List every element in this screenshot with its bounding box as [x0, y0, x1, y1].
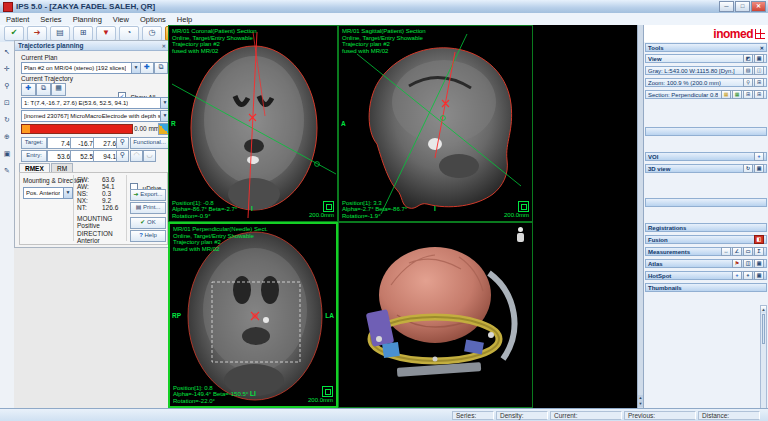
voi-header[interactable]: VOI + — [645, 152, 767, 161]
coronal-view[interactable]: MR/01 Coronal(Patient) Section Online, T… — [168, 25, 338, 222]
gray-row[interactable]: Gray: L:543.00 W:1115.80 [Dyn.] ▧ ◫ — [645, 66, 767, 75]
view-row[interactable]: View ◩ ▣ — [645, 54, 767, 63]
pointer-tool-icon[interactable]: ↖ — [1, 45, 14, 58]
depth-value: 0.00 mm — [134, 125, 159, 132]
gray-window-icon[interactable]: ▧ — [743, 66, 753, 75]
hotspot-target-icon[interactable]: ⌖ — [743, 271, 753, 280]
view-footer-angles: Alpha=-2.7° Beta=-86.7° — [342, 206, 407, 213]
measure-distance-icon[interactable]: ↔ — [721, 247, 731, 256]
panel-close-icon[interactable]: ✕ — [162, 43, 166, 49]
annotate-tool-icon[interactable]: ✎ — [1, 164, 14, 177]
threed-settings-icon[interactable]: ▣ — [754, 164, 764, 173]
target-button[interactable]: Target: — [21, 137, 47, 149]
view-grid-icon[interactable]: ▣ — [754, 54, 764, 63]
voi-header[interactable] — [645, 127, 767, 136]
current-trajectory-label: Current Trajectory — [21, 75, 73, 82]
measure-stats-icon[interactable]: Σ — [754, 247, 764, 256]
section-row[interactable]: Section: Perpendicular 0.8 ▦ ▦ ⊞ ⊞ — [645, 90, 767, 99]
menu-patient[interactable]: Patient — [6, 15, 29, 24]
scroll-up-icon[interactable]: ▲ — [761, 306, 766, 313]
gray-reset-icon[interactable]: ◫ — [754, 66, 764, 75]
threed-refresh-icon[interactable]: ↻ — [743, 164, 753, 173]
tools-header[interactable]: Tools ✕ — [645, 43, 767, 52]
ok-button[interactable]: ✔ OK — [130, 217, 166, 229]
magnifier-tool-icon[interactable]: ⚲ — [1, 79, 14, 92]
zoom-fit-icon[interactable]: ⊞ — [754, 78, 764, 87]
target-locate-icon[interactable]: ⚲ — [116, 137, 129, 149]
menu-options[interactable]: Options — [140, 15, 166, 24]
fusion-icon[interactable]: ◧ — [754, 235, 764, 244]
rotate-tool-icon[interactable]: ↻ — [1, 113, 14, 126]
depth-slider[interactable] — [21, 124, 133, 134]
fusion-header[interactable]: Fusion ◧ — [645, 235, 767, 244]
orientation-figure-icon[interactable] — [514, 227, 526, 245]
app-icon — [3, 2, 13, 12]
chevron-down-icon[interactable]: ▼ — [63, 188, 72, 198]
patient-head-icon[interactable]: ◔ — [119, 26, 139, 41]
maximize-button[interactable]: □ — [735, 1, 750, 12]
copy-trajectory-button[interactable]: ⧉ — [36, 83, 51, 96]
section-green-icon[interactable]: ▦ — [732, 90, 742, 99]
sagittal-view[interactable]: MR/01 Sagittal(Patient) Section Online, … — [338, 25, 533, 222]
functional-button[interactable]: Functional... — [130, 137, 169, 149]
menu-help[interactable]: Help — [177, 15, 192, 24]
hotspot-add-icon[interactable]: + — [732, 271, 742, 280]
electrode-dropdown[interactable]: [inomed 230767] MicroMacroElectrode with… — [21, 110, 170, 122]
export-icon[interactable]: ➔ — [27, 26, 47, 41]
atlas-header[interactable]: Atlas ⚑ ◫ ▣ — [645, 259, 767, 268]
tools-close-icon[interactable]: ✕ — [760, 45, 764, 51]
pan-tool-icon[interactable]: ✛ — [1, 62, 14, 75]
registrations-header[interactable]: Registrations — [645, 223, 767, 232]
thumbnails-scrollbar[interactable]: ▲ ▼ — [760, 305, 767, 421]
entry-locate-icon[interactable]: ⚲ — [116, 150, 129, 162]
trajectory-dropdown[interactable]: 1: T(7.4,-16.7, 27.6) E(53.6, 52.5, 94.1… — [21, 97, 170, 109]
layout-icon[interactable]: ⊞ — [73, 26, 93, 41]
zoom-magnifier-icon[interactable]: ⚲ — [743, 78, 753, 87]
minimize-button[interactable]: ─ — [719, 1, 734, 12]
atlas-overlay-icon[interactable]: ◫ — [743, 259, 753, 268]
help-button[interactable]: ? Help — [130, 230, 166, 242]
entry-arc-down-icon[interactable]: ◡ — [143, 150, 156, 162]
thumbnails-header[interactable]: Thumbnails — [645, 283, 767, 292]
crosshair-tool-icon[interactable]: ⊕ — [1, 130, 14, 143]
delete-trajectory-button[interactable]: ▦ — [51, 83, 66, 96]
mounting-dropdown[interactable]: Pos. Anterior ▼ — [23, 187, 73, 199]
add-trajectory-button[interactable]: ✚ — [21, 83, 36, 96]
add-plan-button[interactable]: ✚ — [140, 62, 154, 74]
section-grid2-icon[interactable]: ⊞ — [754, 90, 764, 99]
menu-planning[interactable]: Planning — [73, 15, 102, 24]
section-yellow-icon[interactable]: ▦ — [721, 90, 731, 99]
view-mode-icon[interactable]: ◩ — [743, 54, 753, 63]
measure-angle-icon[interactable]: ∠ — [732, 247, 742, 256]
scrollbar-thumb[interactable] — [762, 314, 765, 344]
chevron-down-icon[interactable]: ▼ — [131, 63, 140, 73]
layout-tool-icon[interactable]: ▣ — [1, 147, 14, 160]
atlas-flag-icon[interactable]: ⚑ — [732, 259, 742, 268]
atlas-settings-icon[interactable]: ▣ — [754, 259, 764, 268]
perpendicular-view[interactable]: MR/01 Perpendicular(Needle) Sect. Online… — [168, 222, 338, 408]
zoom-rect-tool-icon[interactable]: ⊡ — [1, 96, 14, 109]
entry-button[interactable]: Entry: — [21, 150, 47, 162]
export-button[interactable]: ➔ Export... — [130, 189, 166, 201]
voi-add-icon[interactable]: + — [754, 152, 764, 161]
hotspot-header[interactable]: HotSpot + ⌖ ▣ — [645, 271, 767, 280]
menu-view[interactable]: View — [113, 15, 129, 24]
menu-series[interactable]: Series — [40, 15, 61, 24]
section-grid1-icon[interactable]: ⊞ — [743, 90, 753, 99]
measurements-header[interactable]: Measurements ↔ ∠ ▭ Σ — [645, 247, 767, 256]
close-button[interactable]: ✕ — [751, 1, 766, 12]
measure-area-icon[interactable]: ▭ — [743, 247, 753, 256]
plan-dropdown[interactable]: Plan #2 on MR/04 (stereo) [192 slices] ▼ — [21, 62, 141, 74]
threed-view-header[interactable]: 3D view ↻ ▣ — [645, 164, 767, 173]
clock-icon[interactable]: ◷ — [142, 26, 162, 41]
plan-check-icon[interactable]: ✔ — [4, 26, 24, 41]
window-title: IPS 5.0 - [ZAKYA FADEL SALEH, QR] — [16, 2, 155, 11]
report-icon[interactable]: ▤ — [50, 26, 70, 41]
copy-plan-button[interactable]: ⧉ — [154, 62, 168, 74]
zoom-row[interactable]: Zoom: 100.9 % (200.0 mm) ⚲ ⊞ — [645, 78, 767, 87]
entry-arc-up-icon[interactable]: ◠ — [130, 150, 143, 162]
filter-icon[interactable]: ▼ — [96, 26, 116, 41]
hotspot-list-icon[interactable]: ▣ — [754, 271, 764, 280]
threed-view[interactable] — [338, 222, 533, 408]
print-button[interactable]: ▤ Print... — [130, 202, 166, 214]
